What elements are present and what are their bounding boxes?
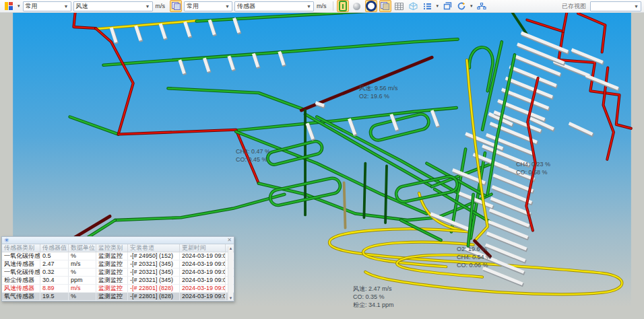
toolbar-separator xyxy=(333,1,333,11)
chevron-down-icon: ▼ xyxy=(64,4,69,9)
overlay-toggle-button[interactable] xyxy=(170,0,182,12)
scroll-up-icon[interactable]: ▲ xyxy=(229,246,233,250)
sensor-annotation: CH4: 0.23 %CO: 0.58 % xyxy=(516,160,550,176)
table-row[interactable]: 一氧化碳传感器0.5%监测监控-[# 24950] (152)2024-03-1… xyxy=(2,252,234,260)
node-sphere-button[interactable] xyxy=(351,0,363,12)
table-scrollbar[interactable]: ▲ ▼ xyxy=(228,246,233,300)
wireframe-button[interactable] xyxy=(408,0,420,12)
table-row[interactable]: 风速传感器2.47m/s监测监控-[# 20321] (345)2024-03-… xyxy=(2,260,234,269)
door-pill-icon xyxy=(339,1,347,11)
sphere-icon xyxy=(353,3,360,10)
display-type-value: 风速 xyxy=(76,2,88,11)
display-type-select[interactable]: 风速 ▼ xyxy=(73,1,153,11)
grid-button[interactable] xyxy=(393,0,406,12)
col-install-roadway[interactable]: 安装巷道 xyxy=(128,244,180,252)
grid-icon xyxy=(395,3,404,10)
panel-icon: ✳ xyxy=(4,237,9,244)
windows-button[interactable] xyxy=(441,0,453,12)
col-monitor-type[interactable]: 监控类别 xyxy=(96,244,128,252)
windows-icon xyxy=(443,2,452,10)
main-toolbar: ▾ 常用 ▼ 风速 ▼ m/s 常用 ▼ 传感器 ▼ m/s xyxy=(0,0,644,13)
table-row-selected[interactable]: 氧气传感器19.5%监测监控-[# 22801] (828)2024-03-19… xyxy=(2,293,234,301)
list-button[interactable] xyxy=(422,0,434,12)
sensor-category-value: 常用 xyxy=(187,2,199,11)
table-row[interactable]: 粉尘传感器30.4ppm监测监控-[# 20321] (345)2024-03-… xyxy=(2,277,234,285)
sensor-annotation: CH4: 0.47 %CO: 0.45 % xyxy=(236,147,270,164)
chevron-down-icon: ▼ xyxy=(634,4,639,9)
wireframe-cube-icon xyxy=(409,2,418,10)
refresh-icon xyxy=(457,2,466,10)
ring-display-button[interactable] xyxy=(365,0,377,12)
legend-caret-icon[interactable]: ▾ xyxy=(18,3,20,9)
close-icon[interactable]: ✕ xyxy=(227,238,232,243)
saved-views-select[interactable]: ▼ xyxy=(590,1,641,11)
sensor-annotation: 风速: 9.56 m/sO2: 19.6 % xyxy=(359,84,398,100)
display-category-select[interactable]: 常用 ▼ xyxy=(23,1,71,11)
col-sensor-value[interactable]: 传感器值 xyxy=(40,244,69,252)
unit-label-1: m/s xyxy=(156,3,166,9)
sensor-data-panel: ✳ ✕ 传感器类别 传感器值 数据单位 监控类别 安装巷道 更新时间 一氧化碳传… xyxy=(1,236,234,302)
col-update-time[interactable]: 更新时间 xyxy=(180,244,226,252)
col-data-unit[interactable]: 数据单位 xyxy=(69,244,96,252)
mine-ventilation-app: ▾ 常用 ▼ 风速 ▼ m/s 常用 ▼ 传感器 ▼ m/s xyxy=(0,0,644,319)
sensor-annotation: O2: 19.6 %CH4: 0.54 %CO: 0.06 % xyxy=(457,245,491,269)
chevron-down-icon: ▼ xyxy=(307,4,311,9)
sensor-category-select[interactable]: 常用 ▼ xyxy=(184,1,232,11)
scroll-down-icon[interactable]: ▼ xyxy=(229,296,233,300)
legend-colors-icon xyxy=(5,2,13,10)
sensor-type-value: 传感器 xyxy=(237,2,255,11)
table-row-alarm[interactable]: 风速传感器8.89m/s监测监控-[# 22801] (828)2024-03-… xyxy=(2,285,234,293)
refresh-button[interactable] xyxy=(455,0,468,12)
sensor-type-select[interactable]: 传感器 ▼ xyxy=(234,1,314,11)
network-relation-icon xyxy=(477,2,486,10)
ring-icon xyxy=(366,1,377,11)
network-relation-button[interactable] xyxy=(476,0,488,12)
list-caret-icon[interactable]: ▾ xyxy=(437,3,439,9)
refresh-caret-icon[interactable]: ▾ xyxy=(470,3,473,9)
table-row[interactable]: 一氧化碳传感器0.32%监测监控-[# 20321] (345)2024-03-… xyxy=(2,269,234,277)
saved-views-label: 已存视图 xyxy=(562,2,586,11)
panel-title-bar[interactable]: ✳ ✕ xyxy=(2,237,234,244)
display-category-value: 常用 xyxy=(26,2,38,11)
gate-display-button[interactable] xyxy=(337,0,349,12)
chevron-down-icon: ▼ xyxy=(146,4,150,9)
table-header-row: 传感器类别 传感器值 数据单位 监控类别 安装巷道 更新时间 xyxy=(2,244,234,252)
col-sensor-type[interactable]: 传感器类别 xyxy=(2,244,40,252)
overlapping-squares-icon xyxy=(172,2,181,10)
unit-label-2: m/s xyxy=(317,3,327,9)
layers-button[interactable] xyxy=(379,0,391,12)
layers-icon xyxy=(381,2,389,10)
chevron-down-icon: ▼ xyxy=(225,4,230,9)
sensor-annotation: 风速: 2.47 m/sCO: 0.35 %粉尘: 34.1 ppm xyxy=(353,285,394,309)
list-icon xyxy=(423,3,432,10)
legend-colors-button[interactable] xyxy=(3,0,15,12)
